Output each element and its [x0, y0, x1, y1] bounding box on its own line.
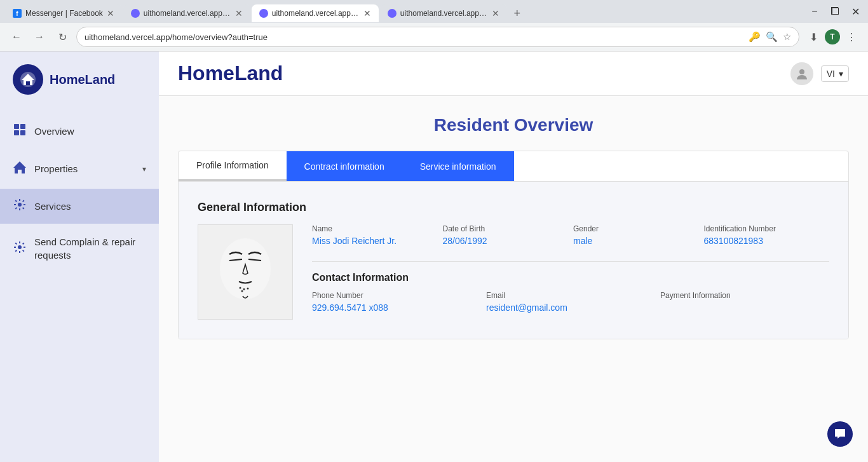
- logo-svg: [18, 70, 37, 89]
- gender-label: Gender: [573, 224, 699, 233]
- tab-3-close[interactable]: ✕: [363, 8, 371, 18]
- address-bar-row: ← → ↻ uithomeland.vercel.app/home/overvi…: [0, 23, 868, 51]
- back-button[interactable]: ←: [8, 28, 25, 46]
- svg-point-13: [799, 69, 804, 74]
- browser-tab-1[interactable]: f Messenger | Facebook ✕: [5, 4, 122, 22]
- search-icon: 🔍: [766, 31, 778, 43]
- browser-tab-2[interactable]: uithomeland.vercel.app/login ✕: [123, 4, 250, 22]
- tab-3-title: uithomeland.vercel.app/login: [272, 9, 360, 18]
- browser-tab-4[interactable]: uithomeland.vercel.app/home/ ✕: [380, 4, 507, 22]
- tab-4-close[interactable]: ✕: [492, 8, 499, 18]
- contact-info-grid: Phone Number 929.694.5471 x088 Email res…: [312, 291, 829, 313]
- svg-rect-10: [18, 170, 22, 173]
- sidebar-services-label: Services: [34, 201, 71, 212]
- tab-2-close[interactable]: ✕: [235, 8, 243, 18]
- toolbar-icons: ⬇ T ⋮: [804, 28, 860, 46]
- email-field: Email resident@gmail.com: [486, 291, 655, 313]
- dob-label: Date of Birth: [443, 224, 569, 233]
- avatar-face-svg: [207, 228, 283, 316]
- tab-4-title: uithomeland.vercel.app/home/: [400, 9, 488, 18]
- sidebar-item-services[interactable]: Services: [0, 189, 159, 224]
- id-label: Identification Number: [704, 224, 830, 233]
- svg-point-19: [247, 288, 249, 290]
- header: HomeLand VI ▾: [159, 51, 868, 96]
- payment-field: Payment Information: [660, 291, 829, 313]
- tab-1-title: Messenger | Facebook: [25, 9, 103, 18]
- general-info-grid: Name Miss Jodi Reichert Jr. Date of Birt…: [312, 224, 829, 246]
- sidebar-properties-label: Properties: [34, 163, 78, 174]
- sidebar-logo: HomeLand: [0, 64, 159, 114]
- phone-label: Phone Number: [312, 291, 481, 300]
- header-user-avatar[interactable]: [790, 62, 813, 85]
- svg-rect-4: [14, 124, 19, 129]
- header-user-label: VI: [827, 69, 835, 79]
- forward-button[interactable]: →: [31, 28, 48, 46]
- sidebar-item-overview[interactable]: Overview: [0, 114, 159, 149]
- complaints-icon: [13, 240, 27, 257]
- maximize-button[interactable]: ⧠: [827, 4, 843, 19]
- tab-1-close[interactable]: ✕: [107, 8, 114, 18]
- overview-icon: [13, 123, 27, 140]
- services-icon: [13, 198, 27, 215]
- name-label: Name: [312, 224, 438, 233]
- svg-rect-5: [20, 124, 25, 129]
- sidebar-item-complaints[interactable]: Send Complain & repair requests: [0, 226, 159, 271]
- id-value: 683100821983: [704, 236, 830, 246]
- dob-value: 28/06/1992: [443, 236, 569, 246]
- svg-point-17: [240, 287, 241, 289]
- dob-field: Date of Birth 28/06/1992: [443, 224, 569, 246]
- header-logo: HomeLand: [178, 62, 790, 85]
- page-content: Resident Overview Profile Information Co…: [159, 96, 868, 462]
- tab-profile[interactable]: Profile Information: [179, 151, 287, 181]
- browser-tab-3[interactable]: uithomeland.vercel.app/login ✕: [252, 4, 379, 22]
- logo-icon: [13, 64, 43, 95]
- tab-2-title: uithomeland.vercel.app/login: [144, 9, 231, 18]
- sidebar: HomeLand Overview: [0, 51, 159, 462]
- phone-value: 929.694.5471 x088: [312, 302, 481, 313]
- svg-point-14: [220, 238, 271, 299]
- tabs-bar: Profile Information Contract information…: [179, 151, 848, 182]
- sidebar-logo-text: HomeLand: [50, 72, 115, 87]
- tab4-favicon: [388, 9, 397, 18]
- gender-field: Gender male: [573, 224, 699, 246]
- window-controls: − ⧠ ✕: [807, 4, 863, 23]
- phone-field: Phone Number 929.694.5471 x088: [312, 291, 481, 313]
- general-info-title: General Information: [198, 201, 829, 214]
- address-bar[interactable]: uithomeland.vercel.app/home/overview?aut…: [76, 27, 799, 47]
- chat-button[interactable]: [827, 421, 853, 447]
- close-button[interactable]: ✕: [848, 4, 863, 19]
- svg-point-12: [18, 245, 22, 249]
- sidebar-item-properties[interactable]: Properties ▾: [0, 151, 159, 186]
- download-icon[interactable]: ⬇: [804, 28, 822, 46]
- address-bar-icons: 🔑 🔍 ☆: [749, 31, 791, 43]
- menu-icon[interactable]: ⋮: [843, 28, 860, 46]
- tab2-favicon: [131, 9, 140, 18]
- info-section: Name Miss Jodi Reichert Jr. Date of Birt…: [312, 224, 829, 320]
- header-user-menu[interactable]: VI ▾: [821, 65, 849, 82]
- svg-point-11: [18, 203, 22, 207]
- fb-favicon: f: [13, 9, 22, 18]
- gender-value: male: [573, 236, 699, 246]
- id-field: Identification Number 683100821983: [704, 224, 830, 246]
- email-label: Email: [486, 291, 655, 300]
- name-value: Miss Jodi Reichert Jr.: [312, 236, 438, 246]
- profile-flex: Name Miss Jodi Reichert Jr. Date of Birt…: [198, 224, 829, 320]
- tab-service[interactable]: Service information: [402, 151, 514, 181]
- sidebar-complaints-label: Send Complain & repair requests: [34, 235, 146, 262]
- browser-user-avatar[interactable]: T: [825, 29, 840, 44]
- new-tab-button[interactable]: +: [508, 4, 526, 22]
- contact-info-title: Contact Information: [312, 272, 829, 283]
- header-dropdown-icon: ▾: [839, 69, 843, 79]
- tab-contract[interactable]: Contract information: [287, 151, 402, 181]
- browser-chrome: f Messenger | Facebook ✕ uithomeland.ver…: [0, 0, 868, 51]
- info-divider: [312, 261, 829, 262]
- tab3-favicon: [259, 9, 268, 18]
- minimize-button[interactable]: −: [807, 4, 822, 19]
- name-field: Name Miss Jodi Reichert Jr.: [312, 224, 438, 246]
- svg-rect-6: [14, 130, 19, 135]
- svg-rect-3: [26, 81, 30, 85]
- address-text: uithomeland.vercel.app/home/overview?aut…: [85, 32, 743, 42]
- email-value: resident@gmail.com: [486, 302, 655, 313]
- refresh-button[interactable]: ↻: [53, 28, 71, 46]
- properties-arrow-icon: ▾: [142, 165, 146, 173]
